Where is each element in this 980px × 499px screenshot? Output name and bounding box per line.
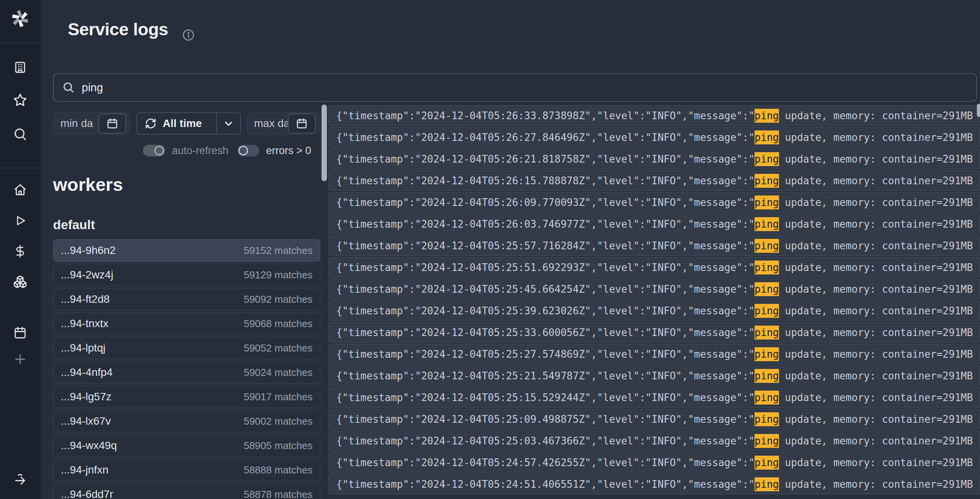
info-icon[interactable]: [182, 29, 195, 41]
log-text: update, memory: container=291MB: [779, 457, 973, 468]
worker-row[interactable]: ...94-9h6n259152 matches: [53, 239, 320, 262]
resources-boxes-icon[interactable]: [13, 275, 27, 289]
log-row: {"timestamp":"2024-12-04T05:26:21.818758…: [328, 149, 980, 169]
log-row: {"timestamp":"2024-12-04T05:25:09.498875…: [328, 409, 980, 429]
log-text: update, memory: container=291MB: [779, 218, 973, 230]
runs-play-icon[interactable]: [14, 214, 26, 227]
toggle-knob: [239, 146, 248, 155]
search-highlight: ping: [755, 477, 779, 491]
worker-match-count: 59017 matches: [244, 391, 313, 403]
log-text: {"timestamp":"2024-12-04T05:25:21.549787…: [336, 370, 755, 382]
search-highlight: ping: [755, 152, 779, 166]
log-row: {"timestamp":"2024-12-04T05:26:33.873898…: [328, 105, 980, 126]
expand-sidebar-arrow-icon[interactable]: [13, 473, 27, 487]
windmill-logo[interactable]: [11, 9, 29, 28]
log-row: {"timestamp":"2024-12-04T05:25:57.716284…: [328, 235, 980, 256]
log-text: {"timestamp":"2024-12-04T05:26:09.770093…: [336, 197, 755, 208]
worker-list: ...94-9h6n259152 matches...94-2wz4j59129…: [53, 239, 320, 499]
log-text: {"timestamp":"2024-12-04T05:25:15.529244…: [336, 392, 755, 403]
log-search-input[interactable]: [82, 81, 976, 94]
search-highlight: ping: [755, 282, 779, 296]
sidebar: [0, 0, 41, 499]
search-highlight: ping: [755, 130, 779, 144]
worker-row[interactable]: ...94-jnfxn58888 matches: [53, 459, 320, 481]
time-range-button[interactable]: All time: [136, 112, 241, 135]
add-plus-icon[interactable]: [14, 353, 27, 366]
search-highlight: ping: [755, 434, 779, 448]
log-text: update, memory: container=291MB: [779, 153, 973, 165]
worker-row[interactable]: ...94-lptqj59052 matches: [53, 337, 320, 359]
worker-row[interactable]: ...94-ft2d859092 matches: [53, 288, 320, 310]
log-row: {"timestamp":"2024-12-04T05:25:33.600056…: [328, 322, 980, 343]
worker-row[interactable]: ...94-wx49q58905 matches: [53, 434, 320, 457]
search-highlight: ping: [755, 369, 779, 383]
logs-scrollbar[interactable]: [977, 104, 980, 117]
search-highlight: ping: [755, 304, 779, 318]
search-highlight: ping: [755, 391, 779, 405]
log-list: {"timestamp":"2024-12-04T05:26:33.873898…: [328, 105, 980, 496]
auto-refresh-label: auto-refresh: [172, 145, 229, 157]
worker-match-count: 58888 matches: [244, 464, 313, 476]
sidebar-divider: [0, 43, 41, 43]
schedules-calendar-icon[interactable]: [14, 326, 27, 340]
log-text: {"timestamp":"2024-12-04T05:25:27.574869…: [336, 348, 755, 360]
auto-refresh-toggle[interactable]: [143, 145, 165, 156]
worker-row[interactable]: ...94-2wz4j59129 matches: [53, 264, 320, 286]
time-range-label: All time: [163, 117, 202, 130]
favorites-star-icon[interactable]: [13, 93, 27, 107]
worker-match-count: 59024 matches: [244, 367, 313, 379]
log-text: update, memory: container=291MB: [779, 392, 973, 403]
min-date-calendar-button[interactable]: [98, 113, 126, 134]
log-text: update, memory: container=291MB: [779, 478, 973, 490]
max-date-calendar-button[interactable]: [288, 113, 316, 134]
log-text: {"timestamp":"2024-12-04T05:25:39.623026…: [336, 305, 755, 317]
worker-name: ...94-9h6n2: [61, 244, 116, 257]
errors-label: errors > 0: [266, 145, 311, 157]
sidebar-divider: [0, 168, 41, 168]
worker-name: ...94-ft2d8: [61, 293, 110, 305]
worker-name: ...94-2wz4j: [61, 269, 113, 281]
time-range-dropdown[interactable]: [216, 113, 240, 134]
worker-match-count: 58878 matches: [244, 489, 313, 499]
log-text: {"timestamp":"2024-12-04T05:26:33.873898…: [336, 110, 755, 122]
log-text: {"timestamp":"2024-12-04T05:26:21.818758…: [336, 153, 755, 165]
worker-name: ...94-lg57z: [61, 391, 112, 403]
worker-row[interactable]: ...94-6dd7r58878 matches: [53, 483, 320, 499]
min-date-input[interactable]: min da: [53, 112, 131, 135]
worker-group-name: default: [53, 218, 95, 232]
log-text: update, memory: container=291MB: [779, 110, 973, 122]
log-text: update, memory: container=291MB: [779, 327, 973, 338]
chevron-down-icon: [223, 118, 234, 129]
worker-row[interactable]: ...94-lx67v59002 matches: [53, 410, 320, 432]
search-highlight: ping: [755, 239, 779, 253]
worker-name: ...94-6dd7r: [61, 488, 113, 499]
max-date-placeholder: max da: [254, 117, 290, 130]
log-row: {"timestamp":"2024-12-04T05:25:51.692293…: [328, 257, 980, 278]
workers-heading: workers: [53, 174, 123, 195]
search-bar: [53, 73, 977, 102]
worker-row[interactable]: ...94-4nfp459024 matches: [53, 361, 320, 384]
worker-name: ...94-tnxtx: [61, 317, 108, 330]
log-row: {"timestamp":"2024-12-04T05:26:09.770093…: [328, 192, 980, 213]
home-icon[interactable]: [14, 183, 27, 196]
min-date-placeholder: min da: [60, 117, 93, 130]
time-range-main[interactable]: All time: [137, 117, 216, 130]
log-row: {"timestamp":"2024-12-04T05:26:03.746977…: [328, 214, 980, 234]
search-nav-icon[interactable]: [13, 127, 27, 141]
log-text: {"timestamp":"2024-12-04T05:25:45.664254…: [336, 283, 755, 295]
log-row: {"timestamp":"2024-12-04T05:25:21.549787…: [328, 365, 980, 386]
log-row: {"timestamp":"2024-12-04T05:26:27.846496…: [328, 127, 980, 147]
errors-toggle[interactable]: [237, 145, 259, 156]
workers-scrollbar[interactable]: [322, 105, 327, 181]
dollar-icon[interactable]: [14, 245, 27, 258]
worker-row[interactable]: ...94-lg57z59017 matches: [53, 386, 320, 408]
log-text: update, memory: container=291MB: [779, 240, 973, 252]
worker-row[interactable]: ...94-tnxtx59068 matches: [53, 312, 320, 335]
worker-name: ...94-wx49q: [61, 439, 117, 452]
log-text: {"timestamp":"2024-12-04T05:26:15.788878…: [336, 175, 755, 187]
worker-match-count: 58905 matches: [244, 440, 313, 452]
search-highlight: ping: [755, 412, 779, 426]
max-date-input[interactable]: max da: [247, 112, 320, 135]
log-row: {"timestamp":"2024-12-04T05:24:57.426255…: [328, 452, 980, 473]
workspace-building-icon[interactable]: [14, 61, 27, 74]
